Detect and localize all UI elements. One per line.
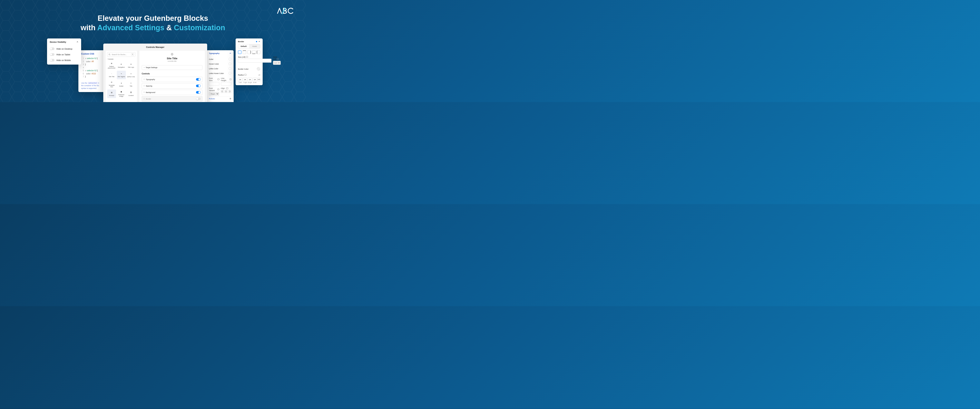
theme-section-label: THEME	[108, 58, 135, 60]
hide-desktop-row: Hide on Desktop	[50, 46, 78, 52]
device-visibility-title: Device Visibility	[50, 41, 66, 43]
control-toggle[interactable]	[196, 91, 201, 94]
drag-handle-icon[interactable]: ⠿	[143, 85, 145, 87]
control-toggle[interactable]	[196, 78, 201, 81]
block-item-template-part[interactable]: ⊡Template Part	[107, 80, 116, 89]
device-icon[interactable]	[218, 78, 220, 80]
block-icon: ⊖	[130, 63, 132, 66]
device-icon[interactable]	[230, 78, 231, 80]
block-item-site-title[interactable]: ◦Site Title	[107, 71, 116, 79]
active-indicator-icon	[256, 41, 257, 42]
block-title: Site Title	[142, 57, 202, 60]
device-icon[interactable]	[246, 56, 248, 58]
border-color-swatch[interactable]	[257, 67, 260, 71]
gear-icon[interactable]: ⚙	[229, 97, 231, 100]
block-item-title[interactable]: ≡Title	[127, 80, 135, 89]
drag-handle-icon[interactable]: ⠿	[143, 78, 145, 80]
color-swatch[interactable]	[229, 67, 231, 70]
block-item-pattern-placeholder[interactable]: ⊞Pattern placeholder	[107, 61, 116, 70]
border-bottom-button[interactable]	[252, 50, 256, 54]
align-right-button[interactable]	[228, 90, 231, 93]
border-left-button[interactable]	[257, 50, 260, 54]
typo-row-color: Color	[209, 57, 231, 61]
drag-handle-icon[interactable]: ⠿	[143, 91, 145, 93]
collapse-icon[interactable]	[76, 41, 78, 43]
block-icon: ●	[120, 82, 123, 85]
color-swatch[interactable]	[229, 72, 231, 75]
border-all-sides-button[interactable]	[238, 50, 242, 54]
tab-hover[interactable]: Hover	[249, 44, 260, 48]
typo-row-links-hover-color: Links Hover Color	[209, 71, 231, 75]
block-list-column: Search for blocks... ⇅ THEME ⊞Pattern pl…	[106, 51, 137, 102]
align-center-button[interactable]	[224, 90, 228, 93]
radius-tl-input[interactable]	[238, 78, 242, 81]
pin-icon	[142, 53, 202, 56]
block-item-navigation[interactable]: ⊘Navigation	[117, 61, 126, 70]
chevron-right-icon: ›	[144, 67, 145, 69]
block-icon: ▣	[120, 91, 123, 93]
block-item-site-tagline[interactable]: ≡Site Tagline	[117, 71, 126, 79]
block-item-avatar[interactable]: ●Avatar	[117, 80, 126, 89]
block-icon: ⊘	[120, 63, 123, 66]
svg-point-2	[109, 54, 110, 55]
control-toggle[interactable]	[196, 85, 201, 87]
typography-panel: Typography ColorHover ColorLinks ColorLi…	[207, 50, 234, 102]
border-top-button[interactable]	[243, 50, 246, 54]
font-size-input[interactable]	[209, 82, 220, 86]
radius-bl-input[interactable]	[253, 78, 257, 81]
drag-handle-icon[interactable]: ⠿	[143, 98, 145, 100]
tab-default[interactable]: Default	[238, 44, 249, 48]
control-row-border: ⠿Border	[142, 96, 202, 101]
block-slug: core/site-title	[142, 60, 202, 62]
color-swatch[interactable]	[229, 58, 231, 61]
control-row-background: ⠿Background	[142, 90, 202, 95]
block-item-content[interactable]: ≣Content	[127, 89, 135, 98]
link-values-button[interactable]	[258, 78, 260, 81]
typo-row-hover-color: Hover Color	[209, 61, 231, 66]
collapse-icon[interactable]	[258, 41, 260, 43]
font-option-roboto[interactable]: Roboto ⚙	[209, 96, 231, 101]
target-settings-button[interactable]: › Target Settings	[142, 65, 202, 70]
radius-unit-select[interactable]: px	[259, 74, 260, 76]
control-toggle[interactable]	[196, 97, 201, 100]
typo-row-links-color: Links Color	[209, 66, 231, 71]
hide-mobile-toggle[interactable]	[50, 59, 54, 61]
radius-tr-input[interactable]	[243, 78, 247, 81]
headline-line-1: Elevate your Gutenberg Blocks	[81, 14, 225, 23]
font-variant-select[interactable]: Regular	[209, 92, 219, 96]
filter-icon[interactable]: ⇅	[131, 53, 134, 56]
device-icon[interactable]	[218, 88, 219, 90]
control-row-spacing: ⠿Spacing	[142, 83, 202, 88]
border-style-select[interactable]: style	[273, 61, 281, 65]
block-icon: ◦	[110, 72, 113, 75]
device-icon[interactable]	[226, 88, 228, 89]
color-swatch[interactable]	[229, 62, 231, 65]
border-right-button[interactable]	[247, 50, 251, 54]
controls-manager-title: Controls Manager	[103, 43, 207, 51]
block-item-featured-image[interactable]: ▣Featured Image	[117, 89, 126, 98]
border-size-input[interactable]	[238, 59, 272, 62]
block-detail-column: Site Title core/site-title › Target Sett…	[139, 51, 205, 102]
block-icon: ▤	[110, 91, 113, 94]
device-icon[interactable]	[277, 58, 279, 60]
hide-tablet-toggle[interactable]	[50, 53, 54, 56]
svg-point-4	[172, 54, 172, 54]
hide-desktop-toggle[interactable]	[50, 48, 54, 50]
line-height-input[interactable]	[221, 82, 231, 86]
collapse-icon[interactable]	[229, 53, 231, 54]
block-item-site-logo[interactable]: ⊖Site Logo	[127, 61, 135, 70]
font-option-roboto-cond[interactable]: Roboto Cond... ⚙	[209, 101, 231, 102]
block-item-excerpt[interactable]: ▤Excerpt	[107, 89, 116, 98]
typography-title: Typography	[209, 52, 220, 54]
block-icon: ⊞	[110, 62, 113, 65]
hide-tablet-row: Hide on Tablet	[50, 52, 78, 57]
block-icon: ≡	[130, 82, 132, 85]
block-icon: ∞	[130, 72, 132, 75]
border-panel: Border Default Hover Size (All) Style (A…	[235, 38, 262, 85]
radius-br-input[interactable]	[248, 78, 252, 81]
block-item-query-loop[interactable]: ∞Query Loop	[127, 71, 135, 79]
block-grid: ⊞Pattern placeholder⊘Navigation⊖Site Log…	[107, 61, 135, 98]
device-icon[interactable]	[244, 74, 247, 75]
align-left-button[interactable]	[221, 90, 224, 93]
search-input[interactable]: Search for blocks... ⇅	[107, 52, 135, 57]
